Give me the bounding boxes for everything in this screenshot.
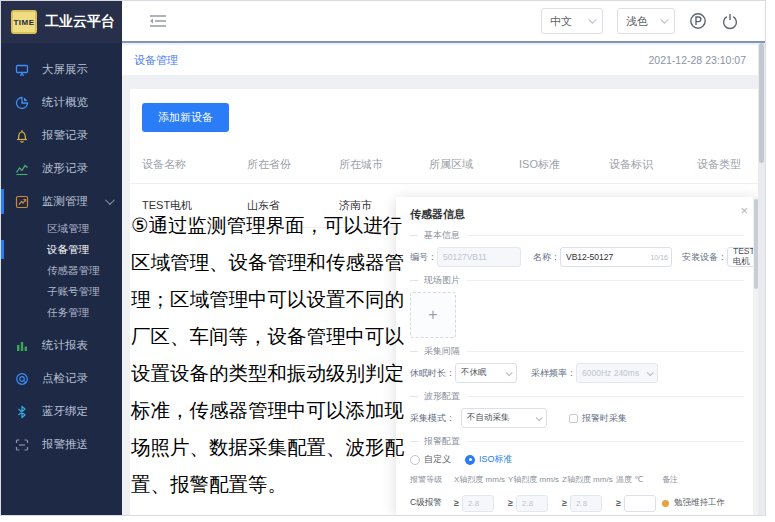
sensor-number-input xyxy=(437,247,521,267)
section-waveform-config: 波形配置 xyxy=(410,390,744,403)
language-select[interactable]: 中文 xyxy=(541,8,603,34)
col-identifier: 设备标识 xyxy=(609,157,697,172)
section-title: 基本信息 xyxy=(424,229,460,242)
alarm-icon xyxy=(14,128,30,144)
power-icon[interactable] xyxy=(721,12,739,30)
sidebar: TIME 工业云平台 大屏展示 统计概览 报警记录 xyxy=(1,1,122,515)
monitoring-icon xyxy=(14,194,30,210)
sidebar-subitem-label: 区域管理 xyxy=(47,222,89,236)
close-icon[interactable]: × xyxy=(740,203,748,218)
name-label: 名称： xyxy=(533,251,560,264)
sidebar-subitem-label: 传感器管理 xyxy=(47,264,100,278)
col-type: 设备类型 xyxy=(697,157,766,172)
col-area: 所属区域 xyxy=(429,157,519,172)
sidebar-menu: 大屏展示 统计概览 报警记录 波形记录 xyxy=(1,43,122,461)
collect-mode-value: 不自动采集 xyxy=(467,412,510,424)
sidebar-item-label: 蓝牙绑定 xyxy=(42,404,88,419)
gte-symbol: ≥ xyxy=(616,498,621,508)
chevron-down-icon xyxy=(660,15,668,23)
sidebar-subitem-task-management[interactable]: 任务管理 xyxy=(1,302,122,323)
sidebar-subitem-label: 子账号管理 xyxy=(47,285,100,299)
collect-on-alarm-label: 报警时采集 xyxy=(582,412,627,425)
sidebar-item-stats-overview[interactable]: 统计概览 xyxy=(1,86,122,119)
col-city: 所在城市 xyxy=(339,157,429,172)
sidebar-item-big-screen[interactable]: 大屏展示 xyxy=(1,53,122,86)
sleep-duration-value: 不休眠 xyxy=(461,367,487,379)
sidebar-item-alarm-records[interactable]: 报警记录 xyxy=(1,119,122,152)
sidebar-item-inspection-records[interactable]: 点检记录 xyxy=(1,362,122,395)
sampling-freq-select: 6000Hz 240ms xyxy=(576,363,658,383)
custom-radio-label: 自定义 xyxy=(424,453,451,466)
col-temperature: 温度 ℃ xyxy=(616,474,662,485)
collect-mode-select[interactable]: 不自动采集 xyxy=(461,408,547,428)
warning-dot-icon xyxy=(662,500,669,507)
sidebar-subitem-subaccount-management[interactable]: 子账号管理 xyxy=(1,281,122,302)
page-scrollbar[interactable] xyxy=(758,43,765,515)
col-device-name: 设备名称 xyxy=(142,157,247,172)
custom-radio[interactable] xyxy=(410,455,420,465)
sleep-duration-label: 休眠时长： xyxy=(410,367,455,380)
cell-alarm-level: C级报警 xyxy=(410,497,454,509)
theme-select-value: 浅色 xyxy=(626,14,648,29)
breadcrumb-bar: 设备管理 2021-12-28 23:10:07 xyxy=(122,45,758,75)
sidebar-item-label: 点检记录 xyxy=(42,371,88,386)
chevron-down-icon xyxy=(588,15,596,23)
circled-p-icon[interactable] xyxy=(689,12,707,30)
sidebar-item-alarm-push[interactable]: 报警推送 xyxy=(1,428,122,461)
sampling-freq-label: 采样频率： xyxy=(531,367,576,380)
collect-on-alarm-checkbox[interactable] xyxy=(569,414,578,423)
bluetooth-icon xyxy=(14,404,30,420)
photo-upload-button[interactable]: + xyxy=(410,292,456,338)
collapse-sidebar-icon[interactable] xyxy=(148,13,168,29)
sidebar-item-label: 大屏展示 xyxy=(42,62,88,77)
sidebar-item-monitoring-management[interactable]: 监测管理 xyxy=(1,185,122,218)
sidebar-subitem-sensor-management[interactable]: 传感器管理 xyxy=(1,260,122,281)
gte-symbol: ≥ xyxy=(508,498,513,508)
collect-mode-label: 采集模式： xyxy=(410,412,455,425)
sidebar-subitem-label: 任务管理 xyxy=(47,306,89,320)
logo-text: TIME xyxy=(13,18,34,27)
section-basic-info: 基本信息 xyxy=(410,229,744,242)
topbar-controls: 中文 浅色 xyxy=(541,8,765,34)
sidebar-item-bluetooth-binding[interactable]: 蓝牙绑定 xyxy=(1,395,122,428)
sleep-duration-select[interactable]: 不休眠 xyxy=(455,363,517,383)
alarm-threshold-table: 报警等级 X轴烈度 mm/s Y轴烈度 mm/s Z轴烈度 mm/s 温度 ℃ … xyxy=(410,470,744,516)
breadcrumb[interactable]: 设备管理 xyxy=(134,53,178,68)
section-title: 报警配置 xyxy=(424,435,460,448)
col-x-axis: X轴烈度 mm/s xyxy=(454,474,508,485)
plus-icon: + xyxy=(428,306,437,324)
chevron-down-icon xyxy=(105,195,115,205)
sensor-info-modal: 传感器信息 × 基本信息 编号： 名称： 10/16 安装设备： TEST电机 … xyxy=(396,197,758,515)
add-device-button[interactable]: 添加新设备 xyxy=(142,103,229,132)
sidebar-subitem-area-management[interactable]: 区域管理 xyxy=(1,218,122,239)
annotation-text: ⑤通过监测管理界面，可以进行区域管理、设备管理和传感器管理；区域管理中可以设置不… xyxy=(131,207,405,503)
chevron-down-icon xyxy=(536,414,543,421)
remark-text: 勉强维持工作 xyxy=(674,497,725,509)
sidebar-item-stats-report[interactable]: 统计报表 xyxy=(1,329,122,362)
gte-symbol: ≥ xyxy=(562,498,567,508)
sidebar-item-label: 统计报表 xyxy=(42,338,88,353)
z-threshold-input xyxy=(570,495,602,512)
modal-scrollbar-thumb[interactable] xyxy=(754,199,758,289)
app-window: TIME 工业云平台 大屏展示 统计概览 报警记录 xyxy=(0,0,766,516)
sidebar-item-waveform-records[interactable]: 波形记录 xyxy=(1,152,122,185)
sampling-freq-value: 6000Hz 240ms xyxy=(582,368,639,378)
section-title: 波形配置 xyxy=(424,390,460,403)
iso-standard-radio[interactable] xyxy=(465,455,475,465)
temp-threshold-input[interactable] xyxy=(624,495,656,512)
topbar: 中文 浅色 xyxy=(122,1,765,43)
sidebar-item-label: 监测管理 xyxy=(42,194,88,209)
sidebar-subitem-device-management[interactable]: 设备管理 xyxy=(1,239,122,260)
sidebar-subitem-label: 设备管理 xyxy=(47,243,89,257)
col-z-axis: Z轴烈度 mm/s xyxy=(562,474,616,485)
interval-row: 休眠时长： 不休眠 采样频率： 6000Hz 240ms xyxy=(410,363,744,383)
inspection-icon xyxy=(14,371,30,387)
install-device-label: 安装设备： xyxy=(682,251,727,264)
current-timestamp: 2021-12-28 23:10:07 xyxy=(649,54,747,66)
page-scrollbar-thumb[interactable] xyxy=(759,43,764,163)
bar-chart-icon xyxy=(14,338,30,354)
logo-area: TIME 工业云平台 xyxy=(1,1,122,43)
chevron-down-icon xyxy=(647,369,654,376)
theme-select[interactable]: 浅色 xyxy=(617,8,675,34)
company-logo: TIME xyxy=(11,10,37,34)
